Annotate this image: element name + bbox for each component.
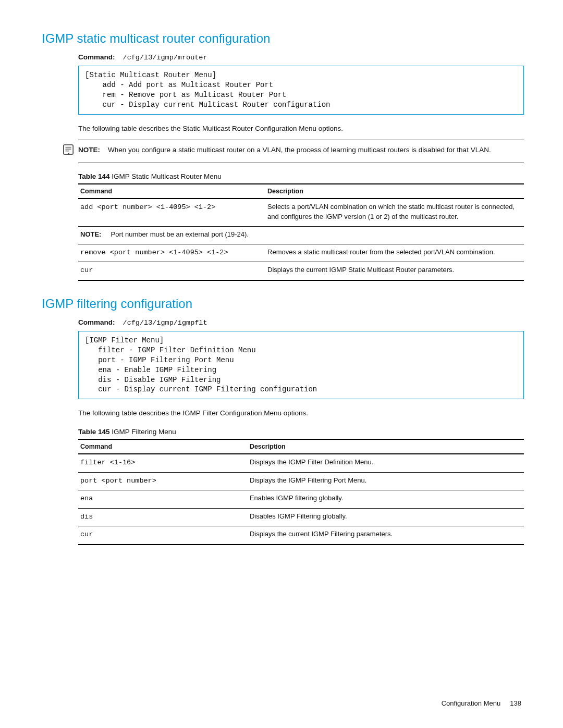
cmd-cell: cur	[78, 526, 248, 545]
footer-page-number: 138	[510, 699, 521, 707]
cmd-cell: ena	[78, 490, 248, 509]
intro-text-2: The following table describes the IGMP F…	[78, 409, 524, 418]
table-row: port <port number> Displays the IGMP Fil…	[78, 472, 524, 490]
page: IGMP static multicast router configurati…	[0, 0, 563, 728]
command-line-2: Command: /cfg/l3/igmp/igmpflt	[78, 318, 524, 327]
note-text: When you configure a static multicast ro…	[108, 146, 491, 154]
th-desc-1: Description	[265, 184, 524, 199]
note-row-cell: NOTE: Port number must be an external po…	[78, 227, 524, 244]
cmd-cell: remove <port number> <1-4095> <1-2>	[78, 244, 265, 262]
note-icon	[63, 144, 74, 155]
note-body: NOTE: When you configure a static multic…	[78, 143, 524, 157]
table-145-title: IGMP Filtering Menu	[110, 428, 176, 436]
note-block: NOTE: When you configure a static multic…	[78, 140, 524, 163]
command-label-1: Command:	[78, 53, 115, 61]
table-caption-2: Table 145 IGMP Filtering Menu	[78, 428, 524, 436]
table-row: filter <1-16> Displays the IGMP Filter D…	[78, 454, 524, 472]
page-footer: Configuration Menu 138	[442, 699, 521, 707]
command-label-2: Command:	[78, 318, 115, 326]
codebox-2: [IGMP Filter Menu] filter - IGMP Filter …	[78, 331, 524, 399]
table-145-label: Table 145	[78, 428, 110, 436]
cmd-cell: add <port number> <1-4095> <1-2>	[78, 199, 265, 226]
codebox-1: [Static Multicast Router Menu] add - Add…	[78, 66, 524, 115]
command-line-1: Command: /cfg/l3/igmp/mrouter	[78, 53, 524, 61]
note-rule-top	[78, 140, 524, 140]
heading-igmp-static: IGMP static multicast router configurati…	[42, 31, 524, 46]
desc-cell: Enables IGMP filtering globally.	[248, 490, 524, 509]
cmd-cell: port <port number>	[78, 472, 248, 490]
note-rule-bottom	[78, 163, 524, 163]
table-144: Command Description add <port number> <1…	[78, 183, 524, 281]
cmd-cell: filter <1-16>	[78, 454, 248, 472]
desc-cell: Displays the current IGMP Static Multica…	[265, 262, 524, 280]
intro-text-1: The following table describes the Static…	[78, 124, 524, 134]
desc-cell: Displays the current IGMP Filtering para…	[248, 526, 524, 545]
desc-cell: Displays the IGMP Filter Definition Menu…	[248, 454, 524, 472]
desc-cell: Removes a static multicast router from t…	[265, 244, 524, 262]
svg-rect-0	[64, 145, 73, 154]
desc-cell: Disables IGMP Filtering globally.	[248, 508, 524, 526]
section2-body: Command: /cfg/l3/igmp/igmpflt [IGMP Filt…	[78, 318, 524, 545]
note-row-label: NOTE:	[80, 230, 101, 238]
cmd-cell: cur	[78, 262, 265, 280]
cmd-cell: dis	[78, 508, 248, 526]
th-command-1: Command	[78, 184, 265, 199]
note-label: NOTE:	[78, 146, 100, 154]
table-row: ena Enables IGMP filtering globally.	[78, 490, 524, 509]
desc-cell: Selects a port/VLAN combination on which…	[265, 199, 524, 226]
table-row: add <port number> <1-4095> <1-2> Selects…	[78, 199, 524, 226]
desc-cell: Displays the IGMP Filtering Port Menu.	[248, 472, 524, 490]
table-row: cur Displays the current IGMP Static Mul…	[78, 262, 524, 280]
table-145: Command Description filter <1-16> Displa…	[78, 439, 524, 545]
footer-section: Configuration Menu	[442, 699, 500, 707]
table-row: NOTE: Port number must be an external po…	[78, 227, 524, 244]
command-path-2: /cfg/l3/igmp/igmpflt	[123, 319, 207, 327]
table-row: dis Disables IGMP Filtering globally.	[78, 508, 524, 526]
table-144-title: IGMP Static Multicast Router Menu	[110, 172, 222, 180]
heading-igmp-filter: IGMP filtering configuration	[42, 297, 524, 311]
command-path-1: /cfg/l3/igmp/mrouter	[123, 54, 207, 61]
th-desc-2: Description	[248, 439, 524, 454]
section1-body: Command: /cfg/l3/igmp/mrouter [Static Mu…	[78, 53, 524, 133]
table-caption-1: Table 144 IGMP Static Multicast Router M…	[78, 172, 524, 180]
note-row-text: Port number must be an external port (19…	[111, 230, 249, 238]
table-row: cur Displays the current IGMP Filtering …	[78, 526, 524, 545]
th-command-2: Command	[78, 439, 248, 454]
table-row: remove <port number> <1-4095> <1-2> Remo…	[78, 244, 524, 262]
table1-area: Table 144 IGMP Static Multicast Router M…	[78, 172, 524, 281]
table-144-label: Table 144	[78, 172, 110, 180]
